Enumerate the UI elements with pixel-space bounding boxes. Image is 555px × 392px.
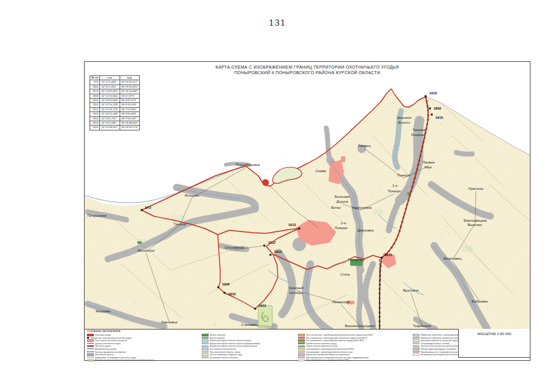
coordinates-table: № пп с.ш. в.д. 97352°17'0,463"35°57'42,3…	[90, 75, 140, 130]
legend-swatch	[87, 360, 94, 361]
map-title: КАРТА-СХЕМА С ИЗОБРАЖЕНИЕМ ГРАНИЦ ТЕРРИТ…	[85, 64, 530, 75]
legend-item: Леса смешанные с преобладанием лиственны…	[298, 337, 408, 339]
map-canvas: 9731916180019151615190919101911191219131…	[85, 62, 530, 360]
legend-swatch	[87, 343, 94, 344]
map-label: Степь	[340, 273, 350, 276]
coords-row: 161552°14'55,659"36°16'14,840"	[90, 89, 140, 94]
legend-item: Болота моховые	[202, 337, 294, 339]
orchard-patch	[258, 306, 272, 328]
boundary-point-marker	[299, 228, 300, 230]
legend-swatch	[87, 349, 94, 349]
legend-item-label: Поворотные точки границ охотничьего угод…	[90, 337, 131, 339]
legend-swatch	[202, 334, 209, 336]
map-label: Городище	[348, 258, 365, 262]
legend-item-label: Леса смешанные с преобладанием хвойных п…	[306, 339, 364, 342]
boundary-point-marker	[224, 292, 226, 294]
legend-swatch	[298, 334, 305, 336]
scale-box: МАСШТАБ 1:90 000	[458, 329, 530, 358]
boundary-point-marker	[425, 96, 427, 97]
legend-item-label: Леса лиственные (берёза, осина)	[210, 351, 240, 353]
map-label: Берёзовец	[444, 257, 462, 260]
map-label: Прилепы	[469, 187, 484, 190]
legend-item: Лесные питомники, плодовые сады	[202, 353, 294, 356]
coords-row: 190952°13'13,664"36°4'1,971"	[90, 94, 140, 98]
map-label: Тишина	[413, 128, 426, 132]
boundary-point-label: 1912	[268, 241, 275, 244]
legend-item-label: Населённые пункты	[95, 353, 113, 356]
legend-item-label: Границы муниципальных районов	[95, 351, 126, 353]
legend-item-label: Зоны охраны охотничьих ресурсов	[95, 339, 127, 342]
coords-row: 191052°13'11,608"36°4'37,673"	[90, 99, 140, 103]
coords-row: 191152°12'14,128"36°6'43,263"	[90, 103, 140, 107]
map-label: Большая	[335, 195, 350, 198]
coords-row: 180052°22'1,651"36°19'43,820"	[90, 85, 140, 89]
boundary-point-marker	[141, 209, 143, 211]
map-label: Верхнесмородино	[345, 324, 375, 328]
legend-swatch	[87, 337, 89, 339]
legend-item: Сельхозугодья с преобладанием многолетни…	[298, 351, 408, 353]
legend-item: Железные дороги	[87, 345, 197, 347]
legend-item: Внутренние водные объекты области (водох…	[202, 342, 294, 345]
document-page: 131	[0, 0, 555, 392]
map-label: Ольховатка	[224, 246, 244, 249]
legend-title: УСЛОВНЫЕ ОБОЗНАЧЕНИЯ	[87, 330, 120, 333]
legend-item-label: Внутренние водные объекты области (реки …	[210, 345, 257, 347]
map-label: Битюг	[331, 206, 341, 209]
map-label: Болото	[398, 121, 410, 124]
legend-item: Автомобильные дороги	[87, 348, 197, 350]
legend-item: Границы муниципальных районов	[87, 351, 197, 353]
legend-item-label: Вырубки, лесовосстановление и редины лес…	[95, 359, 154, 361]
legend-item: Территории, не входящие в охотничье угод…	[87, 356, 197, 359]
legend-item: Трансформированные территории (более 80%…	[298, 359, 408, 361]
boundary-point-label: 1915	[435, 116, 443, 119]
legend-swatch	[413, 334, 419, 336]
coords-row: 97352°17'0,463"35°57'42,317"	[90, 80, 140, 85]
boundary-point-marker	[264, 245, 266, 247]
map-label: Дорога	[337, 200, 349, 203]
legend-swatch	[413, 337, 419, 339]
map-label: Мая	[424, 165, 431, 169]
map-label: Игишево	[185, 194, 199, 197]
boundary-point-label: 1914	[274, 250, 282, 254]
map-label: Красный	[289, 286, 303, 290]
legend-swatch	[413, 353, 419, 355]
legend-item-label: Лесные питомники, плодовые сады	[210, 353, 242, 356]
coords-header-lon: в.д.	[120, 76, 139, 80]
map-label: Становое	[241, 323, 257, 326]
legend-swatch	[202, 351, 209, 353]
legend-item-label: Внутренние водные объекты области (озёра…	[210, 339, 251, 342]
legend-item-label: Автомобильные дороги	[95, 348, 117, 350]
legend-item: Охотничье угодье	[87, 334, 197, 336]
map-title-line2: ПОНЫРОВСКИЙ 4 ПОНЫРОВСКОГО РАЙОНА КУРСКО…	[85, 70, 530, 75]
boundary-point-label: 1615	[385, 253, 392, 257]
legend-swatch	[87, 356, 94, 358]
legend-swatch	[87, 352, 94, 352]
map-label: Хмелевое	[161, 320, 178, 324]
map-frame: 9731916180019151615190919101911191219131…	[84, 61, 530, 361]
legend-swatch	[298, 356, 305, 358]
coords-row: 191452°15'6,757"36°7'53,118"	[90, 116, 140, 121]
legend-item: Лугово-степные комплексы (луга)	[298, 342, 408, 345]
legend-swatch	[413, 348, 419, 350]
legend-swatch	[298, 353, 305, 355]
legend-column: Болота травяныеБолота моховыеВнутренние …	[202, 334, 294, 362]
legend-swatch	[413, 351, 419, 353]
map-label: Дерновка	[358, 228, 374, 232]
legend-item: Леса лиственные (берёза, осина)	[202, 351, 294, 353]
legend-item: Населённые пункты	[87, 353, 197, 356]
legend-swatch	[298, 360, 305, 361]
map-label: Лощина	[411, 133, 424, 137]
legend-item-label: Лугово-степные комплексы (луга)	[306, 342, 337, 345]
map-label: Тёплое	[174, 222, 186, 226]
coords-row: 191552°22'2,691"36°19'48,800"	[90, 121, 140, 126]
legend-item-label: Сельхозугодья (пашни, залежи)	[421, 342, 450, 345]
map-label: Молотычи	[137, 249, 155, 252]
legend-item-label: Кустарники степные и луговые	[210, 356, 238, 359]
scale-label: МАСШТАБ 1:90 000	[459, 332, 530, 336]
map-label: Широкое	[397, 116, 411, 119]
legend-item: Лугово-степные комплексы (степи)	[298, 345, 408, 347]
legend-item: Берёзняки и кустарники пойменных комплек…	[298, 353, 408, 356]
map-label: Поныри	[388, 189, 400, 193]
coords-header-row: № пп с.ш. в.д.	[90, 76, 140, 80]
legend-swatch	[202, 348, 209, 350]
